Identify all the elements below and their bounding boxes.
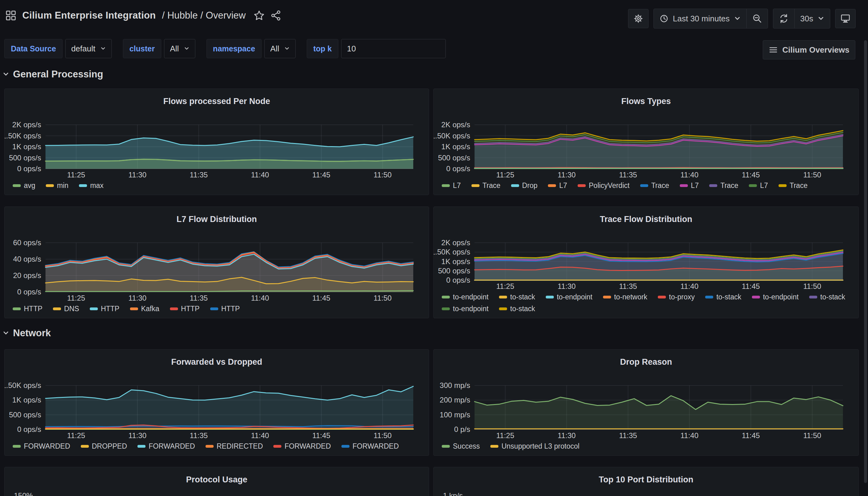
panel-title[interactable]: Flows processed Per Node xyxy=(5,89,429,110)
chart-area[interactable]: 11:2511:3011:3511:4011:4511:500 ops/s500… xyxy=(434,228,858,291)
legend: HTTPDNSHTTPKafkaHTTPHTTP xyxy=(5,303,429,318)
vertical-scrollbar-thumb[interactable] xyxy=(864,40,867,483)
chart-area[interactable]: 11:2511:3011:3511:4011:4511:500 ops/s500… xyxy=(5,110,429,180)
legend-item[interactable]: Kafka xyxy=(130,304,159,313)
legend-item[interactable]: Success xyxy=(442,442,480,450)
chevron-down-icon xyxy=(818,15,824,22)
legend-swatch xyxy=(548,184,556,187)
legend-item[interactable]: DROPPED xyxy=(81,442,127,450)
legend-item[interactable]: HTTP xyxy=(90,304,120,313)
chevron-down-icon xyxy=(2,71,9,78)
share-icon[interactable] xyxy=(271,10,281,21)
section-general-processing[interactable]: General Processing xyxy=(2,69,103,80)
svg-text:11:25: 11:25 xyxy=(67,171,85,179)
legend-item[interactable]: HTTP xyxy=(170,304,200,313)
refresh-interval-picker[interactable]: 30s xyxy=(795,9,830,28)
panel-title[interactable]: L7 Flow Distribution xyxy=(5,207,429,228)
legend-item[interactable]: L7 xyxy=(749,181,768,190)
svg-text:2K ops/s: 2K ops/s xyxy=(441,121,470,129)
legend-item[interactable]: to-stack xyxy=(499,304,535,313)
legend-swatch xyxy=(13,308,21,310)
panel-title[interactable]: Drop Reason xyxy=(434,350,858,371)
chart-area[interactable]: 11:2511:3011:3511:4011:4511:500 ops/s500… xyxy=(5,371,429,440)
legend-item[interactable]: L7 xyxy=(442,181,461,190)
legend-item[interactable]: to-endpoint xyxy=(546,293,593,301)
svg-text:11:25: 11:25 xyxy=(496,171,514,179)
chart-area[interactable] xyxy=(5,488,429,496)
legend-item[interactable]: to-endpoint xyxy=(752,293,799,301)
legend-item[interactable]: Trace xyxy=(709,181,738,190)
svg-text:11:30: 11:30 xyxy=(128,171,146,179)
svg-text:11:35: 11:35 xyxy=(619,282,637,291)
chart-area[interactable]: 11:2511:3011:3511:4011:4511:500 p/s100 m… xyxy=(434,371,858,440)
cluster-dropdown[interactable]: All xyxy=(164,39,195,58)
legend-item[interactable]: to-stack xyxy=(809,293,846,301)
top-k-input[interactable]: 10 xyxy=(341,39,446,58)
svg-text:11:35: 11:35 xyxy=(619,431,637,440)
legend-swatch xyxy=(170,308,178,310)
variable-namespace: namespace All xyxy=(206,39,296,58)
data-source-dropdown[interactable]: default xyxy=(65,39,112,58)
legend-item[interactable]: FORWARDED xyxy=(13,442,70,450)
zoom-out-button[interactable] xyxy=(747,9,768,28)
svg-text:11:30: 11:30 xyxy=(128,294,146,302)
section-title: Network xyxy=(13,328,51,339)
kiosk-mode-button[interactable] xyxy=(835,9,856,28)
svg-text:11:40: 11:40 xyxy=(680,431,698,440)
svg-text:11:25: 11:25 xyxy=(67,431,85,440)
legend-item[interactable]: FORWARDED xyxy=(273,442,331,450)
panel-title[interactable]: Flows Types xyxy=(434,89,858,110)
legend: SuccessUnsupported L3 protocol xyxy=(434,440,858,455)
legend-item[interactable]: to-endpoint xyxy=(442,293,488,301)
cilium-overviews-button[interactable]: Cilium Overviews xyxy=(763,40,855,60)
chart-area[interactable]: 11:2511:3011:3511:4011:4511:500 ops/s500… xyxy=(434,110,858,180)
svg-text:11:35: 11:35 xyxy=(619,171,637,179)
dashboard-settings-button[interactable] xyxy=(628,9,648,28)
legend-item[interactable]: FORWARDED xyxy=(138,442,195,450)
legend-item[interactable]: HTTP xyxy=(13,304,43,313)
legend-label: to-stack xyxy=(820,293,846,301)
svg-text:500 ops/s: 500 ops/s xyxy=(9,410,41,419)
legend-label: L7 xyxy=(559,181,567,190)
legend-item[interactable]: max xyxy=(79,181,104,190)
star-icon[interactable] xyxy=(254,10,264,21)
legend-item[interactable]: Trace xyxy=(778,181,808,190)
legend-item[interactable]: to-stack xyxy=(499,293,535,301)
panel-protocol-usage: Protocol Usage 150% xyxy=(4,467,429,496)
legend-label: to-stack xyxy=(716,293,741,301)
legend-item[interactable]: DNS xyxy=(53,304,79,313)
svg-text:1.50K ops/s: 1.50K ops/s xyxy=(5,131,41,140)
legend-item[interactable]: to-proxy xyxy=(658,293,695,301)
legend-item[interactable]: REDIRECTED xyxy=(206,442,263,450)
legend-item[interactable]: avg xyxy=(13,181,35,190)
time-range-picker[interactable]: Last 30 minutes xyxy=(654,9,747,28)
legend-item[interactable]: PolicyVerdict xyxy=(578,181,630,190)
chart-area[interactable]: 11:2511:3011:3511:4011:4511:500 ops/s20 … xyxy=(5,228,429,303)
legend-item[interactable]: Drop xyxy=(511,181,538,190)
legend-item[interactable]: min xyxy=(46,181,68,190)
svg-text:11:45: 11:45 xyxy=(742,282,760,291)
legend-swatch xyxy=(138,445,145,448)
panel-title[interactable]: Trace Flow Distribution xyxy=(434,207,858,228)
legend-item[interactable]: to-stack xyxy=(705,293,741,301)
apps-grid-icon[interactable] xyxy=(5,10,16,21)
legend-item[interactable]: L7 xyxy=(548,181,567,190)
panel-title[interactable]: Protocol Usage xyxy=(5,467,429,488)
namespace-dropdown[interactable]: All xyxy=(264,39,296,58)
chart-area[interactable] xyxy=(434,488,858,496)
legend-item[interactable]: HTTP xyxy=(210,304,240,313)
panel-l7-flow-distribution: L7 Flow Distribution 11:2511:3011:3511:4… xyxy=(4,206,429,318)
legend-item[interactable]: Trace xyxy=(471,181,501,190)
svg-text:11:50: 11:50 xyxy=(803,171,821,179)
section-network[interactable]: Network xyxy=(2,328,51,339)
refresh-button[interactable] xyxy=(773,9,794,28)
legend-item[interactable]: FORWARDED xyxy=(342,442,399,450)
panel-title[interactable]: Forwarded vs Dropped xyxy=(5,350,429,371)
legend-item[interactable]: Unsupported L3 protocol xyxy=(490,442,580,450)
legend-swatch xyxy=(658,296,666,298)
legend-item[interactable]: to-network xyxy=(603,293,647,301)
legend-item[interactable]: to-endpoint xyxy=(442,304,488,313)
panel-title[interactable]: Top 10 Port Distribution xyxy=(434,467,858,488)
legend-item[interactable]: L7 xyxy=(680,181,699,190)
legend-item[interactable]: Trace xyxy=(640,181,669,190)
